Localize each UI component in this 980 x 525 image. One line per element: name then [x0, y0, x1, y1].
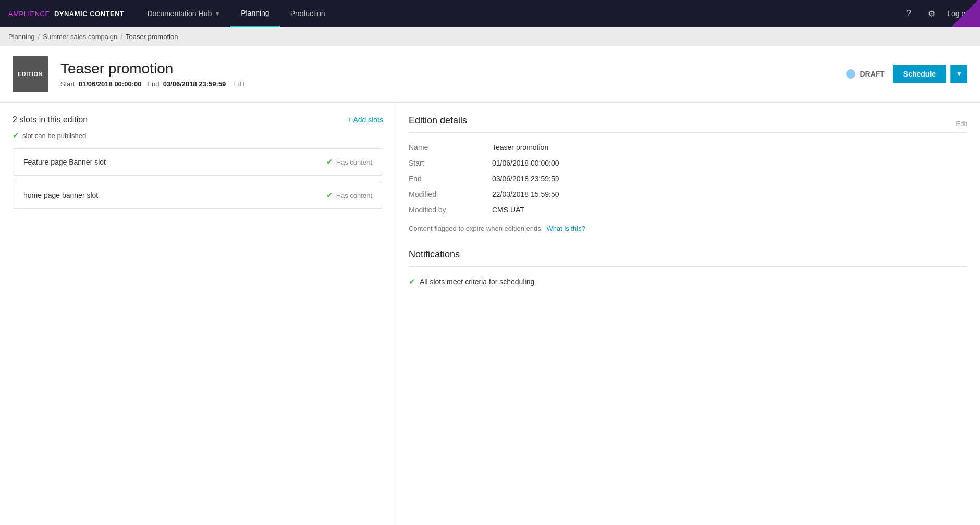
end-label: End — [147, 80, 159, 88]
logout-button[interactable]: Log out — [947, 9, 972, 18]
top-navigation: AMPLIENCE DYNAMIC CONTENT Documentation … — [0, 0, 980, 27]
has-content-check-icon-feature: ✔ — [326, 157, 333, 167]
page-header: Edition Teaser promotion Start 01/06/201… — [0, 46, 980, 103]
expire-note-text: Content flagged to expire when edition e… — [409, 224, 543, 232]
edition-details-section: Edition details Edit Name Teaser promoti… — [409, 115, 967, 232]
nav-links: Documentation Hub ▼ Planning Production — [137, 0, 901, 27]
slots-header: 2 slots in this edition + Add slots — [13, 115, 383, 124]
end-value: 03/06/2018 23:59:59 — [163, 80, 226, 88]
edition-details-title: Edition details — [409, 115, 467, 126]
draft-badge: DRAFT — [846, 69, 884, 79]
slot-content-status-home: ✔ Has content — [326, 191, 372, 200]
schedule-label: Schedule — [903, 70, 936, 78]
draft-label: DRAFT — [860, 70, 884, 78]
add-slots-link[interactable]: + Add slots — [347, 116, 383, 124]
main-content: 2 slots in this edition + Add slots ✔ sl… — [0, 103, 980, 525]
nav-production[interactable]: Production — [280, 0, 336, 27]
slot-status-check-icon: ✔ — [13, 131, 19, 140]
schedule-button[interactable]: Schedule — [893, 65, 946, 83]
notif-text: All slots meet criteria for scheduling — [420, 278, 534, 286]
edition-badge-label: Edition — [18, 71, 43, 77]
slot-status-row: ✔ slot can be published — [13, 131, 383, 140]
edition-badge: Edition — [13, 56, 48, 92]
help-icon: ? — [906, 9, 911, 18]
start-label: Start — [60, 80, 75, 88]
slot-content-status-feature: ✔ Has content — [326, 157, 372, 167]
slot-status-label: slot can be published — [22, 132, 86, 140]
has-content-label-home: Has content — [336, 192, 372, 199]
notification-item: ✔ All slots meet criteria for scheduling — [409, 277, 967, 286]
page-header-info: Teaser promotion Start 01/06/2018 00:00:… — [60, 60, 834, 88]
help-button[interactable]: ? — [901, 6, 916, 21]
header-actions: DRAFT Schedule ▼ — [846, 65, 967, 83]
breadcrumb-sep-2: / — [120, 33, 123, 41]
section-divider — [409, 132, 967, 133]
schedule-dropdown-button[interactable]: ▼ — [950, 65, 967, 83]
has-content-label-feature: Has content — [336, 158, 372, 166]
what-is-this-link[interactable]: What is this? — [547, 224, 585, 232]
detail-start-label: Start — [409, 159, 492, 167]
slot-name-home: home page banner slot — [23, 191, 98, 199]
logout-label: Log out — [947, 9, 972, 18]
settings-button[interactable]: ⚙ — [924, 6, 939, 21]
breadcrumb-planning[interactable]: Planning — [8, 33, 35, 41]
nav-planning[interactable]: Planning — [230, 0, 280, 27]
detail-name-label: Name — [409, 143, 492, 152]
slot-name-feature: Feature page Banner slot — [23, 158, 106, 166]
page-title: Teaser promotion — [60, 60, 834, 77]
breadcrumb-campaign[interactable]: Summer sales campaign — [43, 33, 117, 41]
breadcrumb-current: Teaser promotion — [126, 33, 178, 41]
settings-icon: ⚙ — [928, 9, 935, 19]
detail-modified-value: 22/03/2018 15:59:50 — [492, 190, 967, 198]
nav-production-label: Production — [290, 9, 325, 18]
edition-details-edit-link[interactable]: Edit — [956, 120, 967, 128]
detail-modified-label: Modified — [409, 190, 492, 198]
nav-planning-label: Planning — [241, 9, 270, 17]
slots-count: 2 slots in this edition — [13, 115, 88, 124]
breadcrumb: Planning / Summer sales campaign / Tease… — [0, 27, 980, 46]
nav-right-actions: ? ⚙ Log out — [901, 6, 972, 21]
notifications-title: Notifications — [409, 249, 967, 260]
detail-start-value: 01/06/2018 00:00:00 — [492, 159, 967, 167]
left-panel: 2 slots in this edition + Add slots ✔ sl… — [0, 103, 396, 525]
detail-modified-by-value: CMS UAT — [492, 206, 967, 214]
detail-end-label: End — [409, 174, 492, 183]
header-edit-link[interactable]: Edit — [233, 80, 244, 88]
notif-check-icon: ✔ — [409, 277, 415, 286]
draft-dot-icon — [846, 69, 855, 79]
detail-end-value: 03/06/2018 23:59:59 — [492, 174, 967, 183]
breadcrumb-sep-1: / — [38, 33, 40, 41]
brand-name: DYNAMIC CONTENT — [54, 10, 125, 18]
notifications-divider — [409, 266, 967, 267]
nav-documentation-hub[interactable]: Documentation Hub ▼ — [137, 0, 230, 27]
nav-hub-label: Documentation Hub — [147, 9, 212, 18]
start-value: 01/06/2018 00:00:00 — [79, 80, 142, 88]
expire-note: Content flagged to expire when edition e… — [409, 224, 967, 232]
brand-prefix: AMPLIENCE — [8, 10, 50, 18]
details-grid: Name Teaser promotion Start 01/06/2018 0… — [409, 143, 967, 214]
slot-card-home[interactable]: home page banner slot ✔ Has content — [13, 182, 383, 209]
page-meta: Start 01/06/2018 00:00:00 End 03/06/2018… — [60, 80, 834, 88]
chevron-down-icon: ▼ — [956, 70, 962, 78]
detail-name-value: Teaser promotion — [492, 143, 967, 152]
has-content-check-icon-home: ✔ — [326, 191, 333, 200]
right-panel: Edition details Edit Name Teaser promoti… — [396, 103, 980, 525]
detail-modified-by-label: Modified by — [409, 206, 492, 214]
slot-card-feature[interactable]: Feature page Banner slot ✔ Has content — [13, 148, 383, 176]
nav-hub-dropdown-icon: ▼ — [215, 11, 220, 17]
notifications-section: Notifications ✔ All slots meet criteria … — [409, 249, 967, 286]
brand-logo: AMPLIENCE DYNAMIC CONTENT — [8, 10, 124, 18]
